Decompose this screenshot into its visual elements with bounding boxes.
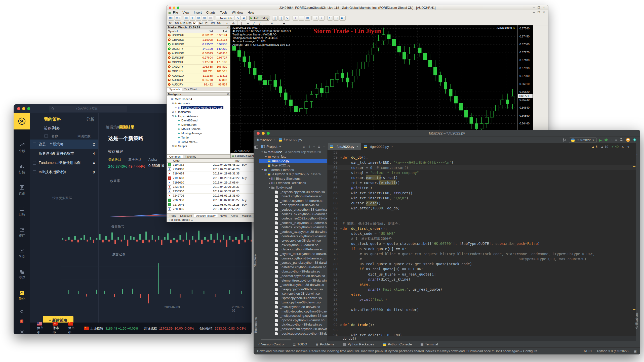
tab-my-strategies[interactable]: 我的策略 bbox=[44, 116, 61, 122]
tiger-window-controls[interactable] bbox=[17, 107, 30, 110]
terminal-tab-account-history[interactable]: Account History bbox=[194, 214, 218, 217]
tab-edit-strategy[interactable]: 编辑策略 bbox=[106, 125, 121, 130]
row-checkbox[interactable] bbox=[33, 143, 36, 146]
tool-pointer-icon[interactable]: ↖ bbox=[224, 22, 230, 25]
breadcrumb-file[interactable]: futu2022.py bbox=[284, 138, 302, 142]
tree-item[interactable]: _dbm.cpython-38-darwin.so bbox=[259, 269, 327, 274]
toolwindow-python-packages[interactable]: ▤Python Packages bbox=[343, 342, 374, 346]
toolwindow-problems[interactable]: ⊖Problems bbox=[316, 342, 334, 346]
navigator-item[interactable]: ◆Turtle bbox=[167, 135, 230, 140]
tree-item[interactable]: _lsprof.cpython-38-darwin.so bbox=[259, 296, 327, 300]
tree-item[interactable]: _multibytecodec.cpython-38-darwin.so bbox=[259, 309, 327, 313]
symbol-row[interactable]: ▼USDCHF0.981320.98174 bbox=[167, 33, 230, 38]
tree-item[interactable]: _pickle.cpython-38-darwin.so bbox=[259, 322, 327, 327]
symbol-row[interactable]: ▼CADJPY106.688106.810 bbox=[167, 65, 230, 69]
navigator-item[interactable]: ⊞▣Scripts bbox=[167, 144, 230, 148]
tree-item[interactable]: _bz2.cpython-38-darwin.so bbox=[259, 203, 327, 207]
tool-hline-icon[interactable]: ─ bbox=[245, 22, 251, 25]
horizontal-scrollbar[interactable] bbox=[261, 339, 291, 340]
close-tab-icon[interactable]: ✕ bbox=[356, 145, 359, 148]
navigator-button[interactable]: ▧ bbox=[196, 16, 201, 21]
strategy-row[interactable]: Fundamental数据使用示例4 bbox=[30, 158, 98, 167]
candlestick-chart-button[interactable]: ╫ bbox=[278, 16, 284, 21]
menu-help[interactable]: Help bbox=[248, 11, 254, 14]
tree-item[interactable]: _curses.cpython-38-darwin.so bbox=[259, 256, 327, 260]
tree-item[interactable]: _curses_panel.cpython-38-darwin.so bbox=[259, 260, 327, 265]
terminal-tab-alerts[interactable]: Alerts bbox=[229, 214, 240, 217]
editor-tab-tiger2022.py[interactable]: tiger2022.py✕ bbox=[361, 143, 396, 150]
close-icon[interactable]: ✕ bbox=[227, 26, 229, 29]
terminal-tab-news[interactable]: News bbox=[218, 214, 229, 217]
new-order-button[interactable]: 🞤New Order bbox=[216, 16, 235, 21]
structure-toolwindow-button[interactable]: Structure bbox=[254, 254, 257, 267]
breadcrumb-project[interactable]: futu2022 bbox=[257, 138, 272, 142]
menu-insert[interactable]: Insert bbox=[194, 11, 202, 14]
periods-button[interactable]: ◔▾ bbox=[333, 16, 339, 21]
navigator-item[interactable]: ◆DavidBBand bbox=[167, 118, 230, 122]
symbol-row[interactable]: ▲USDJPY140.190140.230 bbox=[167, 47, 230, 51]
tab-backtest-result[interactable]: 回测结果 bbox=[119, 125, 134, 130]
status-message[interactable]: Download pre-built shared indexes: Reduc… bbox=[257, 349, 579, 353]
panel-settings-gear-icon[interactable]: ⚙ bbox=[317, 145, 320, 149]
row-checkbox[interactable] bbox=[33, 161, 36, 165]
strategy-row[interactable]: 历史波动配置持仓权重4 bbox=[30, 149, 98, 158]
tab-common[interactable]: Common bbox=[167, 155, 183, 158]
tree-item[interactable]: _asyncio.cpython-38-darwin.so bbox=[259, 190, 327, 194]
data-window-button[interactable]: ✛ bbox=[190, 16, 195, 21]
tree-item[interactable]: _codecs_cn.cpython-38-darwin.so bbox=[259, 207, 327, 212]
tool-label-icon[interactable]: ▭ bbox=[275, 22, 281, 25]
timeframe-h4[interactable]: H4 bbox=[198, 22, 204, 25]
terminal-tab-exposure[interactable]: Exposure bbox=[178, 214, 194, 217]
tree-item[interactable]: _multiprocessing.cpython-38-darwin.so bbox=[259, 313, 327, 318]
auto-scroll-button[interactable]: ⇥ bbox=[313, 16, 318, 21]
timeframe-h1[interactable]: H1 bbox=[192, 22, 198, 25]
tree-item[interactable]: _posixshmem.cpython-38-darwin.so bbox=[259, 327, 327, 331]
timeframe-m1[interactable]: M1 bbox=[168, 22, 174, 25]
tool-text-icon[interactable]: A bbox=[269, 22, 275, 25]
strategy-row[interactable]: talib技术指标计算0 bbox=[30, 167, 98, 177]
tab-analysis[interactable]: 分析 bbox=[86, 116, 95, 122]
symbol-row[interactable]: ▼GBPUSD1.150981.15133 bbox=[167, 38, 230, 42]
editor-tab-futu2022.py[interactable]: futu2022.py✕ bbox=[328, 143, 361, 150]
stop-button[interactable]: ■ bbox=[615, 138, 617, 142]
symbol-row[interactable]: ▼AUDNZD1.113881.11511 bbox=[167, 73, 230, 78]
tree-item[interactable]: _md5.cpython-38-darwin.so bbox=[259, 305, 327, 309]
templates-button[interactable]: ▣▾ bbox=[339, 16, 345, 21]
tool-vline-icon[interactable]: │ bbox=[239, 22, 245, 25]
red-packet-icon[interactable] bbox=[14, 319, 30, 325]
mdi-child-controls[interactable]: ─ ❐ ✕ bbox=[533, 11, 546, 14]
tree-item[interactable]: _bisect.cpython-38-darwin.so bbox=[259, 194, 327, 199]
tree-item[interactable]: _codecs_jp.cpython-38-darwin.so bbox=[259, 221, 327, 225]
tile-windows-button[interactable]: ▦ bbox=[305, 16, 310, 21]
tool-shapes-icon[interactable]: ◆ bbox=[281, 22, 287, 25]
timeframe-d1[interactable]: D1 bbox=[204, 22, 210, 25]
row-checkbox[interactable] bbox=[33, 170, 36, 174]
tree-item[interactable]: ▶venv_futu bbox=[259, 154, 327, 159]
symbol-row[interactable]: ▼AUDJPY95.42295.534 bbox=[167, 82, 230, 87]
profiles-button[interactable]: ▤▾ bbox=[175, 16, 181, 21]
tree-item[interactable]: _ctypes.cpython-38-darwin.so bbox=[259, 247, 327, 252]
menu-view[interactable]: View bbox=[183, 11, 189, 14]
tree-item[interactable]: _lzma.cpython-38-darwin.so bbox=[259, 300, 327, 305]
menu-tools[interactable]: Tools bbox=[220, 11, 227, 14]
update-notification-icon[interactable] bbox=[626, 138, 630, 143]
debug-button[interactable] bbox=[604, 138, 608, 143]
caret-position[interactable]: 61:31 bbox=[584, 349, 592, 353]
tree-item[interactable]: ▶Extended Definitions bbox=[259, 181, 327, 185]
chart-shift-button[interactable]: ⇤ bbox=[319, 16, 325, 21]
menu-charts[interactable]: Charts bbox=[206, 11, 216, 14]
rail-item-trade[interactable]: 交易 bbox=[14, 269, 30, 280]
rail-item-stocks[interactable]: 个股 bbox=[14, 143, 30, 153]
index-1[interactable]: 上证指数3186.48 +1.50 +0.05% bbox=[84, 326, 139, 331]
tree-item[interactable]: _csv.cpython-38-darwin.so bbox=[259, 243, 327, 247]
tree-item[interactable]: futu2022.py bbox=[259, 159, 327, 163]
strategy-tester-button[interactable]: ◫ bbox=[208, 16, 213, 21]
toolwindow-python-console[interactable]: Python Console bbox=[383, 342, 412, 346]
navigator-item[interactable]: ⊞ƒIndicators bbox=[167, 110, 230, 114]
terminal-tab-mailbox[interactable]: Mailbox bbox=[240, 214, 253, 217]
run-config-selector[interactable]: futu2022 ▼ bbox=[569, 138, 597, 143]
toolwindow-todo[interactable]: ≣TODO bbox=[293, 342, 307, 346]
strategy-row[interactable]: 这是一个新策略2 bbox=[30, 140, 98, 149]
autotrading-button[interactable]: ▶AutoTrading bbox=[249, 16, 269, 21]
rail-item-news[interactable]: 资讯 bbox=[14, 185, 30, 196]
